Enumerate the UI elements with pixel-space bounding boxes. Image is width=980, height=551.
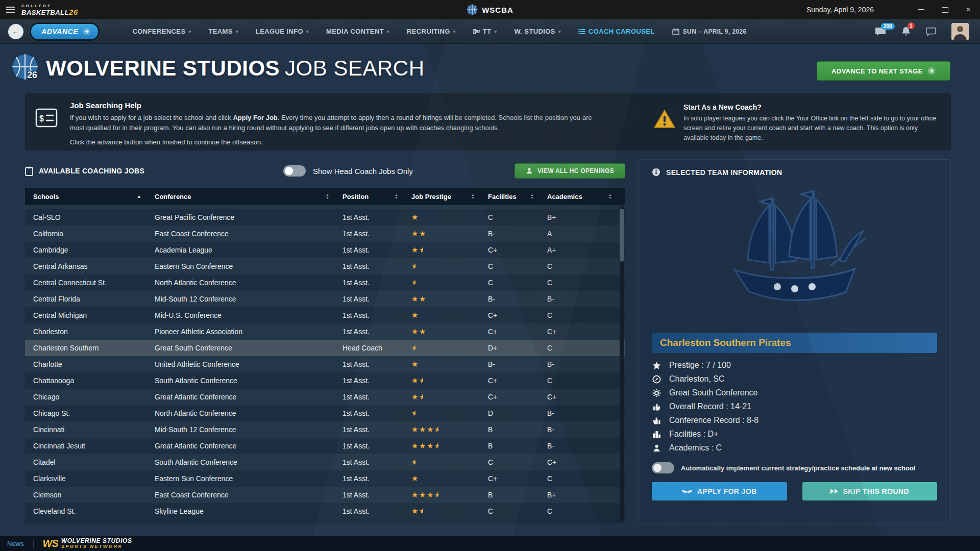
table-row[interactable]: Central ArkansasEastern Sun Conference1s… (25, 258, 625, 274)
wolverine-logo-icon: WS (43, 538, 58, 549)
cell-prestige: ★★★★ (403, 490, 480, 499)
nav-league-info[interactable]: LEAGUE INFO▾ (256, 28, 309, 35)
table-row[interactable]: ClarksvilleEastern Sun Conference1st Ass… (25, 470, 625, 487)
star-icon (652, 361, 662, 370)
nav-recruiting[interactable]: RECRUITING▾ (407, 28, 456, 35)
back-button[interactable]: ← (8, 24, 23, 39)
cell-conference: Academia League (146, 246, 334, 254)
cell-conference: Mid-South 12 Conference (146, 425, 334, 434)
cell-school: Central Connecticut St. (25, 279, 146, 287)
table-row[interactable]: CambridgeAcademia League1st Asst.★★C+A+ (25, 242, 625, 258)
table-row[interactable]: Central Connecticut St.North Atlantic Co… (25, 274, 625, 291)
table-row[interactable]: Charleston SouthernGreat South Conferenc… (25, 340, 625, 356)
cell-facilities: C (480, 213, 539, 221)
table-row[interactable]: Cincinnati JesuitGreat Atlantic Conferen… (25, 438, 625, 454)
cell-prestige: ★ (403, 213, 480, 222)
minimize-button[interactable] (910, 0, 933, 19)
star-icon: ★ (411, 507, 419, 515)
hamburger-menu-icon[interactable] (0, 7, 20, 13)
skip-this-round-button[interactable]: SKIP THIS ROUND (802, 482, 938, 500)
chat-button[interactable] (926, 27, 936, 36)
dollar-list-icon: $ (35, 108, 58, 128)
table-row[interactable]: Central MichiganMid-U.S. Conference1st A… (25, 307, 625, 323)
cell-conference: Mid-South 12 Conference (146, 295, 334, 303)
chevron-down-icon: ▾ (188, 29, 191, 34)
table-row[interactable]: Cal-SLOGreat Pacific Conference1st Asst.… (25, 209, 625, 226)
table-row[interactable]: Chicago St.North Atlantic Conference1st … (25, 405, 625, 421)
nav-date[interactable]: SUN – APRIL 9, 2026 (672, 28, 747, 35)
table-row[interactable]: Cleveland St.Skyline League1st Asst.★★CC (25, 503, 625, 519)
nav-media-content[interactable]: MEDIA CONTENT▾ (326, 28, 389, 35)
advance-to-next-stage-button[interactable]: ADVANCE TO NEXT STAGE (817, 61, 950, 81)
table-row[interactable]: ChattanoogaSouth Atlantic Conference1st … (25, 372, 625, 389)
auto-strategy-toggle[interactable] (652, 462, 674, 473)
cell-facilities: B (480, 442, 539, 450)
table-row[interactable]: ChicagoGreat Atlantic Conference1st Asst… (25, 389, 625, 405)
table-row[interactable]: Central FloridaMid-South 12 Conference1s… (25, 291, 625, 307)
cell-conference: United Athletic Conference (146, 360, 334, 368)
selected-team-panel: SELECTED TEAM INFORMATION (638, 159, 951, 523)
table-scrollbar-thumb[interactable] (620, 209, 624, 262)
cell-school: Cleveland St. (25, 507, 146, 515)
basketball-icon (467, 4, 478, 15)
calendar-icon (672, 28, 679, 35)
jobs-section-title: AVAILABLE COACHING JOBS (25, 166, 144, 176)
messages-badge: 208 (881, 23, 895, 30)
table-row[interactable]: CaliforniaEast Coast Conference1st Asst.… (25, 226, 625, 242)
table-row[interactable]: CharlotteUnited Athletic Conference1st A… (25, 356, 625, 372)
cell-school: Cincinnati (25, 425, 146, 434)
cell-school: Charleston (25, 328, 146, 336)
column-header-academics[interactable]: Academics▲▼ (539, 188, 625, 205)
apply-for-job-button[interactable]: APPLY FOR JOB (652, 482, 787, 500)
footer-divider (33, 540, 34, 548)
column-header-conference[interactable]: Conference▲▼ (146, 188, 334, 205)
maximize-button[interactable] (933, 0, 957, 19)
cell-position: 1st Asst. (334, 328, 403, 336)
news-link[interactable]: News (7, 540, 24, 547)
cell-prestige: ★★ (403, 376, 480, 385)
notifications-button[interactable]: 1 (901, 27, 911, 37)
head-coach-only-toggle[interactable] (283, 165, 306, 177)
column-header-facilities[interactable]: Facilities▲▼ (480, 188, 539, 205)
chevron-down-icon: ▾ (453, 29, 456, 34)
avatar[interactable] (951, 23, 969, 40)
help-body: If you wish to apply for a job select th… (70, 113, 604, 133)
table-row[interactable]: CharlestonPioneer Athletic Association1s… (25, 323, 625, 340)
table-row[interactable]: Cal Santa BarbaraGreat Pacific Conferenc… (25, 205, 625, 209)
nav-conferences[interactable]: CONFERENCES▾ (132, 28, 191, 35)
cell-prestige: ★ (403, 360, 480, 369)
cell-facilities: C+ (480, 311, 539, 319)
messages-button[interactable]: 208 (875, 27, 886, 36)
team-stats: Prestige : 7 / 100 Charleston, SC Great … (652, 361, 937, 453)
cell-academics: A (539, 230, 625, 238)
jobs-toolbar: AVAILABLE COACHING JOBS Show Head Coach … (25, 160, 625, 182)
column-header-job-prestige[interactable]: Job Prestige▲▼ (403, 188, 480, 205)
star-icon: ★ (419, 294, 427, 303)
sort-icon: ▲▼ (471, 193, 475, 199)
half-star-icon: ★ (419, 245, 423, 255)
cell-facilities: D (480, 409, 539, 417)
cell-school: Citadel (25, 458, 146, 466)
table-row[interactable]: ClemsonEast Coast Conference1st Asst.★★★… (25, 487, 625, 503)
nav-coach-carousel[interactable]: COACH CAROUSEL (578, 28, 655, 35)
cell-conference: South Atlantic Conference (146, 377, 334, 385)
table-header-row: Schools▲ Conference▲▼ Position▲▼ Job Pre… (25, 188, 625, 205)
nav-w-studios[interactable]: W. STUDIOS▾ (514, 28, 560, 35)
column-header-schools[interactable]: Schools▲ (25, 188, 146, 205)
table-scrollbar[interactable] (620, 206, 624, 521)
cell-facilities: B- (480, 230, 539, 238)
nav-teams[interactable]: TEAMS▾ (208, 28, 238, 35)
close-button[interactable]: × (957, 0, 980, 19)
nav-tt[interactable]: TT▾ (473, 28, 497, 35)
table-row[interactable]: CitadelSouth Atlantic Conference1st Asst… (25, 454, 625, 470)
stat-prestige: Prestige : 7 / 100 (652, 361, 937, 370)
view-all-hc-openings-button[interactable]: VIEW ALL HC OPENINGS (514, 163, 625, 179)
table-row[interactable]: CincinnatiMid-South 12 Conference1st Ass… (25, 421, 625, 438)
star-icon: ★ (411, 294, 419, 303)
cell-school: Chattanooga (25, 377, 146, 385)
main-navbar: ← ADVANCE CONFERENCES▾ TEAMS▾ LEAGUE INF… (0, 19, 980, 44)
column-header-position[interactable]: Position▲▼ (334, 188, 403, 205)
advance-button[interactable]: ADVANCE (30, 22, 100, 41)
cell-facilities: C (480, 262, 539, 270)
cell-facilities: C (480, 458, 539, 466)
